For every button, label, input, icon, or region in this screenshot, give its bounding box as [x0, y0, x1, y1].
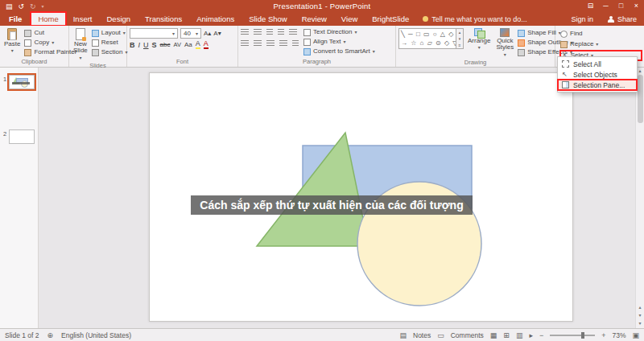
tab-review[interactable]: Review: [295, 12, 334, 26]
font-size-value: 40: [184, 30, 194, 37]
reading-view-icon[interactable]: ▥: [516, 331, 523, 339]
layout-caret-icon: ▾: [123, 29, 126, 37]
change-case-button[interactable]: Aa: [184, 41, 192, 48]
columns-icon[interactable]: [292, 40, 299, 47]
gallery-down-icon[interactable]: ▾: [459, 36, 461, 41]
slide-1-thumbnail[interactable]: [9, 75, 35, 89]
layout-button[interactable]: Layout▾: [92, 29, 128, 37]
zoom-in-icon[interactable]: +: [601, 331, 605, 339]
zoom-slider-thumb[interactable]: [581, 332, 584, 339]
ribbon-tab-row: File Home Insert Design Transitions Anim…: [0, 12, 644, 26]
bullets-icon[interactable]: [241, 29, 249, 35]
scrollbar-thumb[interactable]: [638, 75, 643, 123]
language-indicator[interactable]: English (United States): [61, 331, 131, 339]
align-left-icon[interactable]: [241, 40, 249, 47]
tab-design[interactable]: Design: [99, 12, 138, 26]
paste-label: Paste: [4, 41, 20, 47]
menu-item-select-objects[interactable]: ↖ Select Objects: [558, 69, 637, 80]
notes-button[interactable]: Notes: [413, 331, 431, 339]
next-slide-icon[interactable]: ▾: [638, 312, 641, 318]
previous-slide-icon[interactable]: ▴: [638, 304, 641, 310]
numbering-icon[interactable]: [254, 29, 262, 35]
align-right-icon[interactable]: [266, 40, 275, 47]
save-icon[interactable]: ▤: [6, 2, 13, 10]
tab-view[interactable]: View: [334, 12, 365, 26]
maximize-icon[interactable]: □: [613, 0, 629, 12]
tab-brightslide[interactable]: BrightSlide: [365, 12, 416, 26]
slide-info: Slide 1 of 2: [5, 331, 39, 339]
tab-insert[interactable]: Insert: [66, 12, 100, 26]
reset-button[interactable]: Reset: [92, 39, 128, 47]
replace-button[interactable]: Replace▾: [560, 40, 642, 48]
slide-caption-textbox[interactable]: Cách sắp xếp thứ tự xuất hiện của các đố…: [191, 195, 473, 215]
new-slide-button[interactable]: New Slide ▾: [72, 27, 89, 61]
shapes-gallery[interactable]: ╲ ─ □ ▭ ○ △ ◇ → ☆ ⌂ ▱ ⊙ ◇ ▽: [398, 28, 456, 49]
zoom-slider[interactable]: [550, 335, 595, 336]
decrease-indent-icon[interactable]: [266, 29, 273, 35]
tell-me-box[interactable]: Tell me what you want to do...: [416, 12, 534, 26]
tab-animations[interactable]: Animations: [189, 12, 242, 26]
text-shadow-button[interactable]: S: [152, 41, 157, 49]
slideshow-view-icon[interactable]: ▸: [529, 331, 533, 339]
gallery-up-icon[interactable]: ▴: [459, 30, 461, 35]
quick-styles-button[interactable]: Quick Styles ▾: [494, 27, 515, 58]
justify-icon[interactable]: [279, 40, 287, 47]
paste-button[interactable]: Paste ▾: [2, 27, 22, 55]
zoom-level[interactable]: 73%: [612, 331, 625, 339]
slide-sorter-view-icon[interactable]: ⊞: [503, 331, 510, 339]
tell-me-label: Tell me what you want to do...: [431, 15, 527, 23]
menu-item-selection-pane[interactable]: Selection Pane...: [558, 80, 637, 90]
bold-button[interactable]: B: [130, 41, 135, 49]
text-direction-caret-icon: ▾: [354, 28, 357, 36]
undo-icon[interactable]: ↺: [19, 2, 25, 10]
underline-button[interactable]: U: [143, 41, 149, 49]
redo-icon[interactable]: ↻: [30, 2, 36, 10]
sign-in-button[interactable]: Sign in: [564, 12, 601, 26]
arrange-button[interactable]: Arrange ▾: [466, 27, 492, 51]
share-button[interactable]: Share: [601, 12, 644, 26]
strikethrough-button[interactable]: abc: [160, 41, 171, 48]
zoom-out-icon[interactable]: −: [539, 331, 543, 339]
ribbon-display-options-icon[interactable]: ⊟: [583, 0, 598, 12]
comments-button[interactable]: Comments: [451, 331, 484, 339]
line-spacing-icon[interactable]: [289, 29, 297, 35]
find-button[interactable]: Find: [560, 30, 642, 38]
align-center-icon[interactable]: [254, 40, 262, 47]
convert-smartart-button[interactable]: Convert to SmartArt▾: [303, 47, 375, 55]
italic-button[interactable]: I: [138, 41, 141, 49]
slide-canvas[interactable]: Cách sắp xếp thứ tự xuất hiện của các đố…: [149, 72, 573, 322]
text-direction-button[interactable]: Text Direction▾: [303, 28, 375, 36]
customize-qat-icon[interactable]: ▾: [42, 3, 44, 9]
drawing-group-label: Drawing: [398, 58, 552, 68]
align-text-button[interactable]: Align Text▾: [303, 38, 375, 46]
tab-home[interactable]: Home: [31, 12, 65, 26]
section-button[interactable]: Section▾: [92, 48, 128, 56]
slide-2-thumbnail[interactable]: [9, 129, 35, 144]
increase-indent-icon[interactable]: [278, 29, 284, 35]
spell-check-icon[interactable]: ⊕: [47, 331, 54, 339]
shapes-gallery-scrollbar[interactable]: ▴ ▾ ≡: [456, 28, 464, 49]
font-color-button[interactable]: A: [204, 40, 208, 49]
shrink-font-button[interactable]: A▾: [213, 30, 221, 37]
sign-in-label: Sign in: [571, 15, 593, 23]
tab-transitions[interactable]: Transitions: [138, 12, 189, 26]
scroll-down-icon[interactable]: ▾: [638, 320, 641, 326]
normal-view-icon[interactable]: ▦: [490, 331, 497, 339]
grow-font-button[interactable]: A▴: [204, 30, 211, 37]
gallery-more-icon[interactable]: ≡: [459, 43, 461, 47]
tab-file[interactable]: File: [0, 12, 31, 26]
menu-item-select-all[interactable]: Select All: [558, 59, 637, 69]
font-name-combobox[interactable]: ▾: [130, 28, 178, 39]
scroll-up-icon[interactable]: ▴: [638, 68, 641, 73]
font-size-combobox[interactable]: 40 ▾: [180, 28, 201, 39]
fit-slide-to-window-icon[interactable]: ▣: [632, 331, 639, 339]
minimize-icon[interactable]: ─: [598, 0, 613, 12]
close-icon[interactable]: ×: [629, 0, 644, 12]
comments-icon: ▭: [437, 331, 444, 339]
thumbnail-1-number: 1: [3, 76, 6, 83]
vertical-scrollbar[interactable]: ▴ ▴ ▾ ▾: [635, 68, 644, 328]
tab-slide-show[interactable]: Slide Show: [242, 12, 295, 26]
character-spacing-button[interactable]: AV: [173, 41, 180, 48]
paragraph-group-label: Paragraph: [241, 57, 393, 67]
highlight-color-button[interactable]: A: [196, 40, 200, 49]
